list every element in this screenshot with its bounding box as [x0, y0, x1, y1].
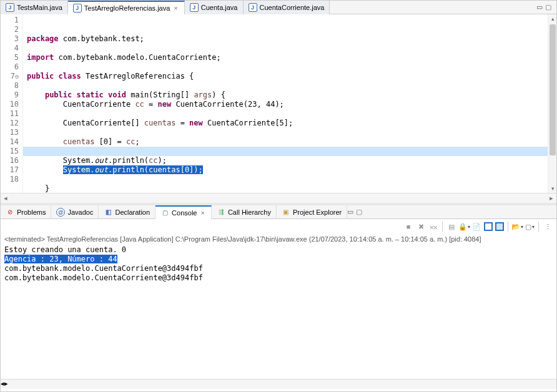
tab-label: CuentaCorriente.java [260, 4, 325, 11]
line-num: 7⊖ [1, 72, 19, 81]
editor-tab-testarreglo[interactable]: J TestArregloReferencias.java × [68, 1, 185, 14]
terminate-icon[interactable]: ■ [403, 222, 413, 232]
editor-area[interactable]: 1 2 3 4 5 6 7⊖ 8 9 10 11 12 13 14 15 16 … [1, 14, 556, 193]
view-tab-problems[interactable]: ⊘ Problems [1, 205, 51, 219]
console-icon: ▢ [160, 208, 169, 217]
view-tab-call-hierarchy[interactable]: ⇶ Call Hierarchy [212, 205, 277, 219]
clear-console-icon[interactable]: ▤ [446, 222, 456, 232]
line-num: 11 [1, 109, 19, 119]
java-file-icon: J [249, 3, 257, 12]
project-explorer-icon: ▣ [282, 208, 290, 217]
view-label: Console [172, 209, 197, 217]
close-icon[interactable]: × [199, 209, 205, 217]
horizontal-scrollbar[interactable]: ◂ ▸ [1, 193, 556, 203]
java-file-icon: J [6, 3, 14, 12]
maximize-icon[interactable]: ▢ [356, 208, 362, 216]
line-num: 4 [1, 44, 19, 53]
line-gutter: 1 2 3 4 5 6 7⊖ 8 9 10 11 12 13 14 15 16 … [1, 14, 23, 193]
editor-tab-testsmain[interactable]: J TestsMain.java [1, 1, 68, 14]
line-num: 1 [1, 16, 19, 25]
line-num: 12 [1, 119, 19, 128]
word-wrap-icon[interactable]: 📄 [471, 222, 481, 232]
editor-window-controls: ▭ ▢ [536, 3, 556, 11]
tab-label: Cuenta.java [201, 4, 238, 11]
views-tab-strip: ⊘ Problems @ Javadoc ◧ Declaration ▢ Con… [1, 205, 556, 219]
scroll-right-icon[interactable]: ▸ [4, 380, 8, 389]
line-num: 3 [1, 34, 19, 44]
show-console-icon[interactable] [495, 222, 504, 231]
console-line: com.bytebank.modelo.CuentaCorriente@3d49… [4, 273, 203, 282]
tab-label: TestsMain.java [17, 4, 62, 11]
view-tab-declaration[interactable]: ◧ Declaration [99, 205, 155, 219]
scroll-lock-icon[interactable]: 🔒 [459, 222, 469, 232]
view-label: Javadoc [67, 208, 93, 216]
fold-icon[interactable]: ⊖ [15, 73, 19, 80]
line-num: 8 [1, 81, 19, 91]
line-num: 5 [1, 53, 19, 62]
selected-text: System.out.println(cuentas[0]); [63, 165, 203, 174]
line-num: 9 [1, 91, 19, 100]
java-file-icon: J [73, 4, 82, 12]
line-num: 10 [1, 100, 19, 109]
console-line: com.bytebank.modelo.CuentaCorriente@3d49… [4, 264, 203, 273]
line-num: 13 [1, 128, 19, 137]
console-toolbar: ■ ✖ ⨉⨉ ▤ 🔒 📄 📂 ▢ ⋮ [1, 219, 556, 234]
view-tab-project-explorer[interactable]: ▣ Project Explorer [277, 205, 347, 219]
editor-tab-cuenta[interactable]: J Cuenta.java [185, 1, 244, 14]
code-area[interactable]: package com.bytebank.test; import com.by… [23, 14, 556, 193]
view-label: Call Hierarchy [228, 208, 271, 216]
remove-launch-icon[interactable]: ✖ [416, 222, 426, 232]
console-line: Estoy creando una cuenta. 0 [4, 245, 126, 254]
line-num: 16 [1, 156, 19, 165]
editor-pane: J TestsMain.java J TestArregloReferencia… [1, 1, 556, 205]
line-num: 15 [1, 147, 19, 156]
view-label: Project Explorer [293, 208, 342, 216]
tab-label: TestArregloReferencias.java [84, 4, 170, 12]
console-selected-line: Agencia : 23, Número : 44 [4, 255, 117, 263]
line-num: 14 [1, 137, 19, 147]
console-horizontal-scrollbar[interactable]: ◂ ▸ [1, 379, 556, 389]
view-tab-javadoc[interactable]: @ Javadoc [51, 205, 99, 219]
editor-tab-cuentacorriente[interactable]: J CuentaCorriente.java [244, 1, 330, 14]
editor-tab-strip: J TestsMain.java J TestArregloReferencia… [1, 1, 556, 14]
minimize-icon[interactable]: ▭ [347, 208, 353, 216]
open-console-icon[interactable]: ▢ [525, 222, 535, 232]
declaration-icon: ◧ [104, 208, 112, 217]
views-pane: ⊘ Problems @ Javadoc ◧ Declaration ▢ Con… [1, 205, 556, 389]
problems-icon: ⊘ [6, 208, 14, 217]
view-menu-icon[interactable]: ⋮ [543, 222, 553, 232]
maximize-icon[interactable]: ▢ [545, 3, 551, 11]
view-tab-console[interactable]: ▢ Console × [155, 205, 212, 219]
console-output[interactable]: Estoy creando una cuenta. 0 Agencia : 23… [1, 244, 556, 379]
view-label: Problems [17, 208, 46, 216]
line-num: 2 [1, 25, 19, 34]
scroll-left-icon[interactable]: ◂ [1, 194, 11, 203]
views-window-controls: ▭ ▢ [347, 208, 367, 216]
line-num: 18 [1, 175, 19, 184]
view-label: Declaration [115, 208, 150, 216]
call-hierarchy-icon: ⇶ [217, 208, 225, 217]
display-selected-icon[interactable]: 📂 [512, 222, 522, 232]
code-text: package com.bytebank.test; import com.by… [27, 34, 553, 193]
remove-all-icon[interactable]: ⨉⨉ [428, 222, 438, 232]
minimize-icon[interactable]: ▭ [536, 3, 543, 11]
pin-console-icon[interactable] [484, 222, 493, 231]
line-num: 17 [1, 165, 19, 175]
javadoc-icon: @ [56, 208, 65, 217]
java-file-icon: J [190, 3, 199, 12]
console-launch-header: <terminated> TestArregloReferencias [Jav… [1, 234, 556, 244]
scroll-up-icon[interactable]: ▴ [548, 14, 556, 23]
line-num: 6 [1, 62, 19, 72]
scroll-right-icon[interactable]: ▸ [546, 194, 556, 203]
close-icon[interactable]: × [172, 4, 179, 12]
